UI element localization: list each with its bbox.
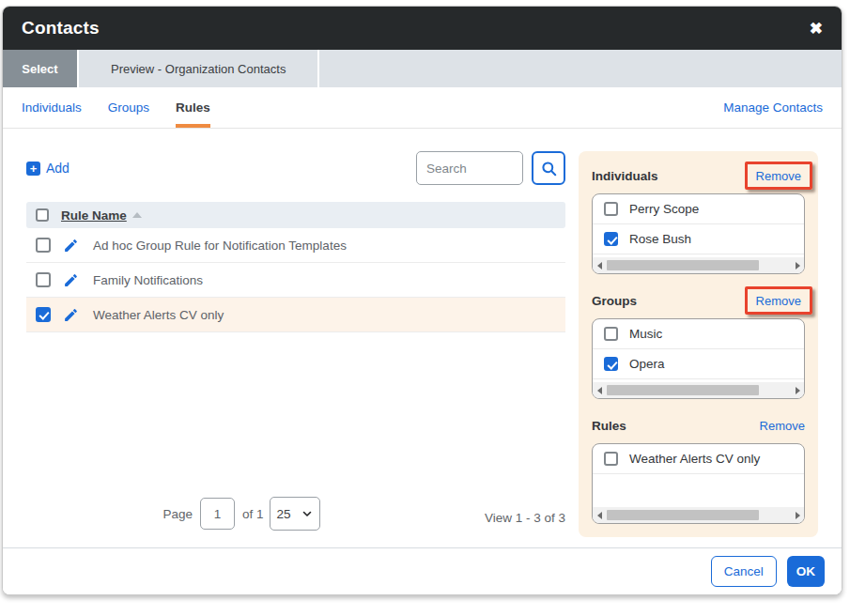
section-title: Groups xyxy=(592,294,637,308)
scroll-right-arrow-icon[interactable] xyxy=(791,507,804,523)
scroll-left-arrow-icon[interactable] xyxy=(593,382,606,398)
plus-icon: + xyxy=(26,162,40,176)
page-of-label: of 1 xyxy=(242,507,264,521)
manage-contacts-link[interactable]: Manage Contacts xyxy=(723,100,823,115)
list-item[interactable]: Rose Bush xyxy=(593,224,804,254)
list-item[interactable]: Perry Scope xyxy=(593,194,804,224)
page-size-select[interactable]: 25 xyxy=(270,497,320,531)
row-checkbox[interactable] xyxy=(36,307,51,322)
scroll-left-arrow-icon[interactable] xyxy=(593,507,606,523)
view-range-text: View 1 - 3 of 3 xyxy=(485,511,565,525)
item-checkbox[interactable] xyxy=(604,357,618,371)
add-button[interactable]: + Add xyxy=(26,161,70,176)
subtab-rules[interactable]: Rules xyxy=(176,87,210,128)
section-header: Rules Remove xyxy=(592,412,805,439)
scroll-right-arrow-icon[interactable] xyxy=(791,382,804,398)
page-number-input[interactable] xyxy=(200,498,235,530)
rule-name: Ad hoc Group Rule for Notification Templ… xyxy=(93,239,347,253)
row-checkbox[interactable] xyxy=(36,272,51,287)
remove-callout: Remove xyxy=(745,162,812,190)
scrollbar-thumb[interactable] xyxy=(607,260,759,270)
individuals-section: Individuals Remove Perry Scope Rose Bush xyxy=(592,162,805,274)
scrollbar-thumb[interactable] xyxy=(607,385,759,395)
item-label: Music xyxy=(629,327,662,341)
horizontal-scrollbar[interactable] xyxy=(593,257,804,273)
rule-name: Family Notifications xyxy=(93,273,203,287)
pagination-controls: Page of 1 25 xyxy=(162,497,319,531)
edit-pencil-icon[interactable] xyxy=(63,238,79,254)
item-checkbox[interactable] xyxy=(604,202,618,216)
search-button[interactable] xyxy=(532,151,565,185)
column-header-rule-name[interactable]: Rule Name xyxy=(61,208,127,223)
edit-pencil-icon[interactable] xyxy=(63,272,79,288)
item-label: Rose Bush xyxy=(629,232,691,246)
remove-individuals-link[interactable]: Remove xyxy=(756,169,801,183)
remove-groups-link[interactable]: Remove xyxy=(756,294,801,308)
horizontal-scrollbar[interactable] xyxy=(593,507,804,523)
rules-section: Rules Remove Weather Alerts CV only xyxy=(592,412,805,524)
section-header: Groups Remove xyxy=(592,287,805,314)
search-group xyxy=(416,151,565,185)
close-icon[interactable]: ✖ xyxy=(810,21,823,37)
list-item[interactable]: Weather Alerts CV only xyxy=(593,444,804,474)
groups-section: Groups Remove Music Opera xyxy=(592,287,805,399)
page-label: Page xyxy=(162,507,193,521)
table-row[interactable]: Weather Alerts CV only xyxy=(26,298,565,332)
page-size-value: 25 xyxy=(277,507,291,521)
item-label: Perry Scope xyxy=(629,202,699,216)
pagination: Page of 1 25 View 1 - 3 of 3 xyxy=(26,495,565,547)
rules-listbox: Weather Alerts CV only xyxy=(592,443,805,524)
search-icon xyxy=(540,160,558,177)
modal-header: Contacts ✖ xyxy=(3,7,842,50)
tab-strip: Select Preview - Organization Contacts xyxy=(3,50,842,87)
select-all-checkbox[interactable] xyxy=(36,208,49,222)
chevron-down-icon xyxy=(301,508,313,519)
groups-listbox: Music Opera xyxy=(592,318,805,399)
sort-asc-icon[interactable] xyxy=(132,212,142,218)
item-checkbox[interactable] xyxy=(604,327,618,341)
table-header-row: Rule Name xyxy=(26,202,565,228)
tab-select[interactable]: Select xyxy=(3,50,77,87)
modal-footer: Cancel OK xyxy=(3,547,842,594)
list-item[interactable]: Music xyxy=(593,319,804,349)
search-input[interactable] xyxy=(416,151,523,185)
section-header: Individuals Remove xyxy=(592,162,805,189)
table-row[interactable]: Family Notifications xyxy=(26,263,565,298)
remove-rules-link[interactable]: Remove xyxy=(760,419,805,433)
subtab-groups[interactable]: Groups xyxy=(108,87,149,128)
item-checkbox[interactable] xyxy=(604,452,618,466)
content-area: + Add Rule Name xyxy=(3,129,842,547)
rule-name: Weather Alerts CV only xyxy=(93,308,224,322)
remove-callout: Remove xyxy=(745,286,812,315)
rules-main-column: + Add Rule Name xyxy=(26,151,565,547)
scroll-right-arrow-icon[interactable] xyxy=(791,257,804,273)
ok-button[interactable]: OK xyxy=(787,556,825,587)
cancel-button[interactable]: Cancel xyxy=(711,556,777,587)
item-label: Weather Alerts CV only xyxy=(629,452,760,466)
remove-callout: Remove xyxy=(760,417,805,434)
individuals-listbox: Perry Scope Rose Bush xyxy=(592,193,805,274)
row-checkbox[interactable] xyxy=(36,238,51,253)
toolbar: + Add xyxy=(26,151,565,185)
section-title: Individuals xyxy=(592,169,658,183)
subtab-bar: Individuals Groups Rules Manage Contacts xyxy=(3,87,842,129)
horizontal-scrollbar[interactable] xyxy=(593,382,804,398)
subtab-individuals[interactable]: Individuals xyxy=(22,87,82,128)
add-button-label: Add xyxy=(46,161,70,176)
item-label: Opera xyxy=(629,357,665,371)
item-checkbox[interactable] xyxy=(604,232,618,246)
scroll-left-arrow-icon[interactable] xyxy=(593,257,606,273)
modal-title: Contacts xyxy=(22,18,100,38)
list-item[interactable]: Opera xyxy=(593,349,804,379)
section-title: Rules xyxy=(592,419,626,433)
tab-preview-organization-contacts[interactable]: Preview - Organization Contacts xyxy=(77,50,319,87)
edit-pencil-icon[interactable] xyxy=(63,307,79,323)
scrollbar-thumb[interactable] xyxy=(607,510,759,520)
contacts-modal: Contacts ✖ Select Preview - Organization… xyxy=(2,6,842,595)
table-row[interactable]: Ad hoc Group Rule for Notification Templ… xyxy=(26,228,565,263)
selected-contacts-panel: Individuals Remove Perry Scope Rose Bush xyxy=(579,151,818,537)
